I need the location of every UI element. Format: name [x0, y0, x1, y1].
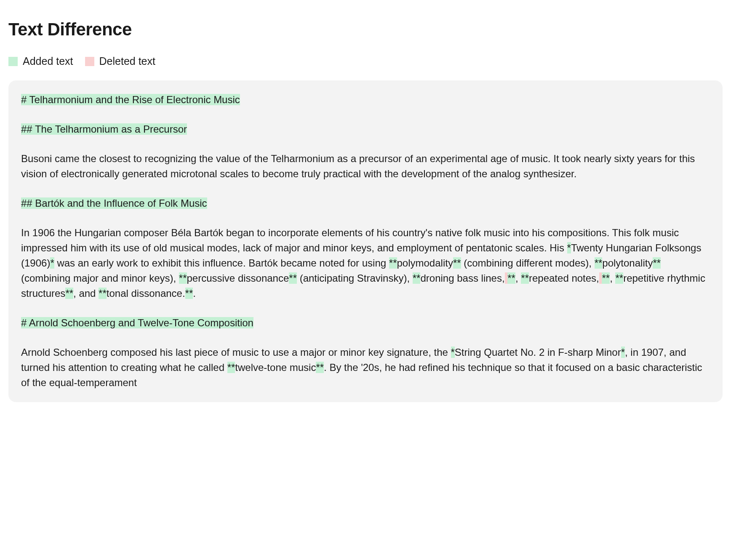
diff-unchanged: , — [610, 272, 615, 284]
diff-line: ## The Telharmonium as a Precursor — [21, 122, 710, 137]
diff-unchanged: (anticipating Stravinsky), — [297, 272, 413, 284]
diff-added: ** — [316, 362, 324, 373]
diff-added: ** — [595, 257, 603, 269]
diff-unchanged: tonal dissonance. — [107, 288, 185, 299]
diff-unchanged: was an early work to exhibit this influe… — [54, 257, 389, 269]
legend-added: Added text — [8, 53, 73, 69]
swatch-deleted-icon — [85, 57, 94, 66]
diff-unchanged: polytonality — [602, 257, 653, 269]
diff-added: # Arnold Schoenberg and Twelve-Tone Comp… — [21, 317, 253, 328]
diff-unchanged: (combining different modes), — [461, 257, 595, 269]
diff-added: ** — [602, 272, 610, 284]
swatch-added-icon — [8, 57, 18, 66]
diff-added: ** — [521, 272, 529, 284]
diff-unchanged: Arnold Schoenberg composed his last piec… — [21, 347, 451, 358]
diff-added: ** — [413, 272, 421, 284]
diff-added: * — [451, 347, 455, 358]
diff-added: ** — [185, 288, 193, 299]
diff-added: ** — [507, 272, 515, 284]
diff-body: # Telharmonium and the Rise of Electroni… — [8, 80, 723, 402]
diff-line: In 1906 the Hungarian composer Béla Bart… — [21, 225, 710, 301]
diff-added: ** — [227, 362, 235, 373]
diff-added: ** — [99, 288, 107, 299]
diff-unchanged: , — [515, 272, 521, 284]
diff-added: * — [50, 257, 54, 269]
diff-unchanged: String Quartet No. 2 in F-sharp Minor — [455, 347, 621, 358]
diff-unchanged: twelve-tone music — [235, 362, 316, 373]
diff-unchanged: repeated notes, — [529, 272, 599, 284]
diff-added: ** — [453, 257, 461, 269]
diff-unchanged: droning bass lines, — [420, 272, 504, 284]
diff-added: ** — [653, 257, 661, 269]
diff-unchanged: . — [193, 288, 196, 299]
diff-unchanged: , and — [73, 288, 99, 299]
legend: Added text Deleted text — [8, 53, 723, 69]
diff-added: ** — [615, 272, 623, 284]
diff-unchanged: polymodality — [397, 257, 453, 269]
diff-line: Busoni came the closest to recognizing t… — [21, 151, 710, 181]
diff-line: Arnold Schoenberg composed his last piec… — [21, 345, 710, 390]
legend-added-label: Added text — [23, 53, 73, 69]
diff-added: ** — [289, 272, 297, 284]
diff-added: * — [567, 242, 571, 253]
diff-line: ## Bartók and the Influence of Folk Musi… — [21, 196, 710, 211]
page-title: Text Difference — [8, 16, 723, 43]
diff-added: ## Bartók and the Influence of Folk Musi… — [21, 197, 207, 209]
diff-unchanged: (combining major and minor keys), — [21, 272, 179, 284]
diff-unchanged: percussive dissonance — [187, 272, 289, 284]
diff-added: ** — [179, 272, 187, 284]
diff-added: ** — [389, 257, 397, 269]
diff-added: * — [621, 347, 625, 358]
diff-added: ## The Telharmonium as a Precursor — [21, 123, 187, 135]
diff-added: # Telharmonium and the Rise of Electroni… — [21, 94, 240, 105]
diff-unchanged: Busoni came the closest to recognizing t… — [21, 153, 695, 179]
legend-deleted: Deleted text — [85, 53, 155, 69]
diff-line: # Arnold Schoenberg and Twelve-Tone Comp… — [21, 315, 710, 331]
diff-line: # Telharmonium and the Rise of Electroni… — [21, 92, 710, 107]
diff-added: ** — [65, 288, 73, 299]
legend-deleted-label: Deleted text — [99, 53, 155, 69]
